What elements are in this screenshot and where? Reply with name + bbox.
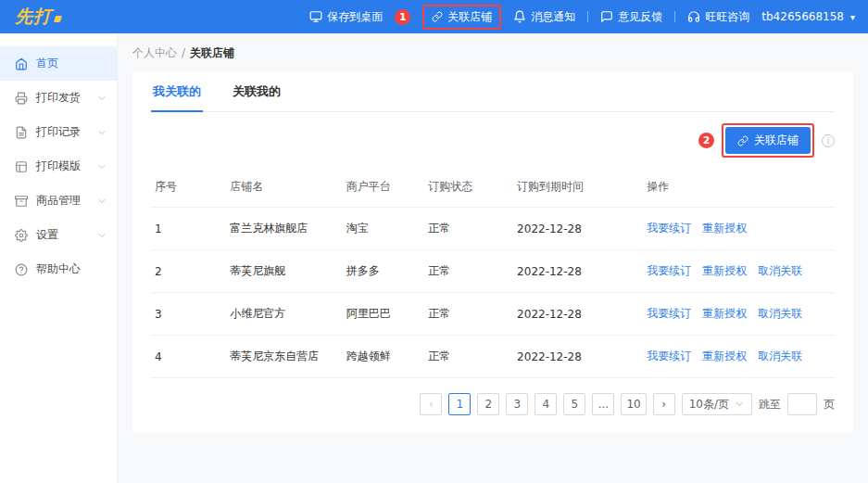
sidebar-item-label: 首页 bbox=[36, 56, 58, 71]
cell-actions: 我要续订重新授权取消关联 bbox=[643, 336, 835, 378]
cell-platform: 淘宝 bbox=[343, 208, 425, 250]
action-renew-link[interactable]: 我要续订 bbox=[647, 264, 691, 277]
cell-platform: 阿里巴巴 bbox=[343, 293, 425, 336]
breadcrumb-current: 关联店铺 bbox=[190, 46, 234, 59]
card-toolbar: 2 关联店铺 i bbox=[151, 112, 835, 161]
page-button[interactable]: 2 bbox=[477, 393, 499, 415]
page-button[interactable]: 3 bbox=[506, 393, 528, 415]
pagination: ‹ 1 2 3 4 5 ... 10 › 10条/页 跳至 页 bbox=[151, 378, 835, 415]
app-window: 先打 保存到桌面 1 关联店铺 消息通知 意见反馈 bbox=[0, 0, 868, 483]
cell-status: 正常 bbox=[424, 208, 513, 250]
sidebar-item-home[interactable]: 首页 bbox=[0, 46, 117, 81]
sidebar-item-print-templates[interactable]: 打印模版 bbox=[0, 149, 117, 184]
breadcrumb-separator: / bbox=[182, 46, 185, 59]
sidebar-nav: 首页 打印发货 打印记录 打印模版 商品管理 bbox=[0, 33, 118, 483]
next-page-button[interactable]: › bbox=[653, 393, 675, 415]
app-logo[interactable]: 先打 bbox=[15, 5, 61, 29]
cell-index: 4 bbox=[151, 336, 226, 378]
cell-status: 正常 bbox=[424, 250, 513, 293]
header-divider bbox=[674, 11, 675, 22]
message-square-icon bbox=[600, 10, 613, 23]
sidebar-item-label: 打印记录 bbox=[36, 124, 81, 140]
action-reauthorize-link[interactable]: 重新授权 bbox=[702, 350, 747, 362]
action-unlink-link[interactable]: 取消关联 bbox=[758, 350, 802, 362]
page-button[interactable]: 5 bbox=[563, 393, 585, 415]
sidebar-item-label: 打印模版 bbox=[36, 159, 81, 174]
page-size-select[interactable]: 10条/页 bbox=[682, 393, 752, 415]
link-shop-button[interactable]: 关联店铺 bbox=[725, 127, 811, 154]
page-button[interactable]: 4 bbox=[535, 393, 557, 415]
cell-shop-name: 富兰克林旗舰店 bbox=[226, 208, 342, 250]
action-unlink-link[interactable]: 取消关联 bbox=[758, 307, 802, 320]
table-row: 1 富兰克林旗舰店 淘宝 正常 2022-12-28 我要续订重新授权 bbox=[151, 208, 835, 250]
annotation-highlight-box-header: 关联店铺 bbox=[422, 5, 501, 30]
header-link-shop-button[interactable]: 关联店铺 bbox=[432, 9, 492, 25]
tab-linked-to-me[interactable]: 关联我的 bbox=[231, 71, 283, 112]
action-reauthorize-link[interactable]: 重新授权 bbox=[702, 222, 747, 235]
cell-index: 1 bbox=[151, 208, 226, 250]
user-account-menu[interactable]: tb4265668158 ▾ bbox=[761, 10, 855, 23]
sidebar-item-label: 帮助中心 bbox=[36, 261, 81, 277]
wangwang-label: 旺旺咨询 bbox=[705, 9, 749, 25]
sidebar-item-settings[interactable]: 设置 bbox=[0, 218, 117, 252]
column-header-status: 订购状态 bbox=[424, 167, 513, 208]
action-renew-link[interactable]: 我要续订 bbox=[647, 350, 691, 362]
action-renew-link[interactable]: 我要续订 bbox=[647, 307, 691, 320]
sidebar-item-print-records[interactable]: 打印记录 bbox=[0, 115, 117, 149]
table-row: 4 蒂芙尼京东自营店 跨越领鲜 正常 2022-12-28 我要续订重新授权取消… bbox=[151, 336, 835, 378]
main-content: 个人中心/关联店铺 我关联的 关联我的 2 关联店铺 i bbox=[118, 33, 868, 483]
action-reauthorize-link[interactable]: 重新授权 bbox=[702, 264, 747, 277]
cell-index: 3 bbox=[151, 293, 226, 336]
linked-shops-table: 序号 店铺名 商户平台 订购状态 订购到期时间 操作 1 富兰克林旗舰店 淘宝 bbox=[151, 167, 835, 378]
cell-actions: 我要续订重新授权 bbox=[643, 208, 835, 250]
annotation-step-1-badge: 1 bbox=[395, 9, 410, 25]
cell-expire-date: 2022-12-28 bbox=[513, 336, 643, 378]
column-header-platform: 商户平台 bbox=[343, 167, 425, 208]
page-button[interactable]: 10 bbox=[621, 393, 646, 415]
tab-my-linked[interactable]: 我关联的 bbox=[151, 71, 203, 112]
link-icon bbox=[737, 135, 748, 146]
notifications-button[interactable]: 消息通知 bbox=[513, 9, 575, 25]
jump-to-label: 跳至 bbox=[759, 397, 781, 413]
cell-status: 正常 bbox=[424, 336, 513, 378]
annotation-highlight-box-button: 关联店铺 bbox=[722, 123, 814, 158]
action-unlink-link[interactable]: 取消关联 bbox=[758, 264, 802, 277]
breadcrumb: 个人中心/关联店铺 bbox=[118, 33, 868, 71]
column-header-expire-date: 订购到期时间 bbox=[513, 167, 643, 208]
cell-shop-name: 小维尼官方 bbox=[226, 293, 342, 336]
save-to-desktop-button[interactable]: 保存到桌面 bbox=[309, 9, 383, 25]
cell-index: 2 bbox=[151, 250, 226, 293]
chevron-down-icon bbox=[96, 127, 107, 138]
cell-platform: 拼多多 bbox=[343, 250, 425, 293]
page-size-value: 10条/页 bbox=[689, 397, 729, 413]
feedback-label: 意见反馈 bbox=[618, 9, 662, 25]
page-unit-label: 页 bbox=[824, 397, 835, 413]
sidebar-item-label: 打印发货 bbox=[36, 90, 81, 106]
column-header-index: 序号 bbox=[151, 167, 226, 208]
chevron-down-icon: ▾ bbox=[850, 12, 855, 22]
action-renew-link[interactable]: 我要续订 bbox=[647, 222, 691, 235]
layout-icon bbox=[15, 160, 28, 173]
wangwang-support-button[interactable]: 旺旺咨询 bbox=[687, 9, 749, 25]
table-header-row: 序号 店铺名 商户平台 订购状态 订购到期时间 操作 bbox=[151, 167, 835, 208]
action-reauthorize-link[interactable]: 重新授权 bbox=[702, 307, 747, 320]
help-circle-icon bbox=[15, 263, 28, 276]
prev-page-button[interactable]: ‹ bbox=[420, 393, 442, 415]
info-icon[interactable]: i bbox=[822, 134, 835, 147]
cell-actions: 我要续订重新授权取消关联 bbox=[643, 293, 835, 336]
cell-expire-date: 2022-12-28 bbox=[513, 293, 643, 336]
jump-page-input[interactable] bbox=[787, 393, 817, 415]
breadcrumb-parent[interactable]: 个人中心 bbox=[132, 46, 177, 59]
sidebar-item-print-shipping[interactable]: 打印发货 bbox=[0, 81, 117, 115]
sidebar-item-help-center[interactable]: 帮助中心 bbox=[0, 252, 117, 286]
page-button[interactable]: 1 bbox=[448, 393, 471, 415]
archive-icon bbox=[15, 195, 28, 208]
app-frame: 首页 打印发货 打印记录 打印模版 商品管理 bbox=[0, 33, 868, 483]
sidebar-item-product-management[interactable]: 商品管理 bbox=[0, 184, 117, 218]
page-ellipsis[interactable]: ... bbox=[592, 393, 614, 415]
feedback-button[interactable]: 意见反馈 bbox=[600, 9, 662, 25]
monitor-icon bbox=[309, 10, 322, 23]
linked-shops-card: 我关联的 关联我的 2 关联店铺 i bbox=[132, 71, 853, 432]
chevron-down-icon bbox=[96, 230, 107, 241]
cell-expire-date: 2022-12-28 bbox=[513, 208, 643, 250]
